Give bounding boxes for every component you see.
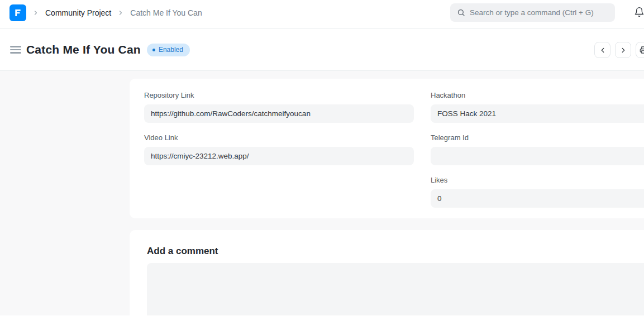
field-telegram-id: Telegram Id (431, 133, 644, 165)
field-video-link: Video Link (144, 133, 414, 165)
search-input[interactable] (470, 8, 608, 17)
status-badge: Enabled (147, 44, 190, 56)
document-form-card: Repository Link Video Link Hackathon Tel… (130, 79, 644, 218)
status-dot-icon (152, 49, 155, 51)
print-button[interactable] (636, 42, 644, 58)
page-title: Catch Me If You Can (26, 43, 141, 56)
repository-link-input[interactable] (144, 104, 414, 123)
video-link-input[interactable] (144, 147, 414, 165)
search-icon (457, 8, 465, 17)
global-search[interactable] (450, 3, 615, 22)
frappe-logo-icon[interactable] (9, 4, 26, 21)
field-label: Repository Link (144, 91, 414, 99)
top-navbar: Community Project Catch Me If You Can (0, 0, 644, 29)
field-hackathon: Hackathon (431, 91, 644, 123)
comments-card: Add a comment (130, 230, 644, 315)
sidebar-toggle-icon[interactable] (10, 46, 21, 54)
breadcrumb-community-project[interactable]: Community Project (45, 8, 111, 17)
field-label: Hackathon (431, 91, 644, 99)
chevron-left-icon (599, 46, 607, 54)
chevron-right-icon (619, 46, 627, 54)
chevron-right-icon (117, 9, 124, 16)
form-column-right: Hackathon Telegram Id Likes (431, 91, 644, 218)
next-document-button[interactable] (615, 42, 631, 58)
field-likes: Likes (431, 176, 644, 208)
page-header: Catch Me If You Can Enabled (0, 29, 644, 71)
notification-bell-icon[interactable] (634, 7, 644, 17)
chevron-right-icon (32, 9, 39, 16)
printer-icon (640, 46, 644, 54)
field-label: Telegram Id (431, 133, 644, 142)
comment-input[interactable] (147, 263, 644, 315)
add-comment-heading: Add a comment (147, 246, 644, 257)
field-label: Likes (431, 176, 644, 184)
field-label: Video Link (144, 133, 414, 142)
previous-document-button[interactable] (594, 42, 610, 58)
hackathon-input[interactable] (431, 104, 644, 123)
telegram-id-input[interactable] (431, 147, 644, 165)
content-area: Repository Link Video Link Hackathon Tel… (0, 71, 644, 315)
likes-input[interactable] (431, 189, 644, 208)
form-column-left: Repository Link Video Link (144, 91, 414, 218)
status-badge-label: Enabled (159, 46, 183, 54)
field-repository-link: Repository Link (144, 91, 414, 123)
header-actions (594, 42, 644, 58)
breadcrumb-current-doc: Catch Me If You Can (130, 8, 202, 17)
